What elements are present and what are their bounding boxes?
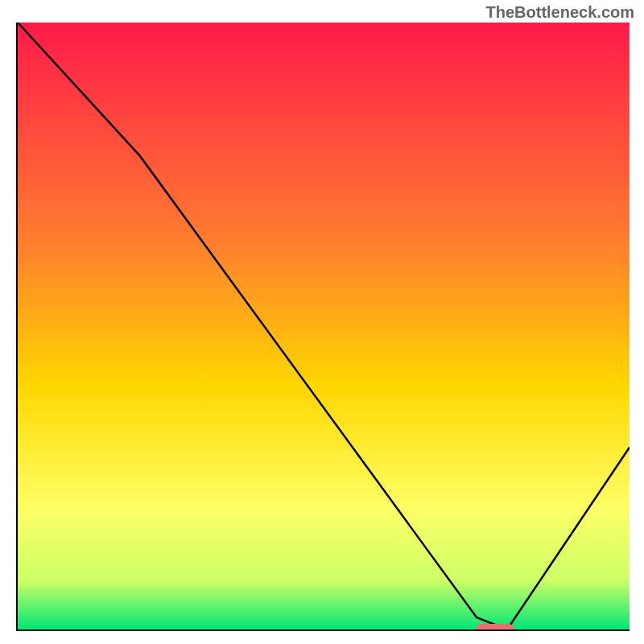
bottleneck-curve xyxy=(18,23,630,630)
plot-area xyxy=(16,23,630,631)
chart-container: TheBottleneck.com xyxy=(0,0,644,644)
optimal-point-marker xyxy=(476,624,514,631)
watermark-text: TheBottleneck.com xyxy=(486,3,634,22)
